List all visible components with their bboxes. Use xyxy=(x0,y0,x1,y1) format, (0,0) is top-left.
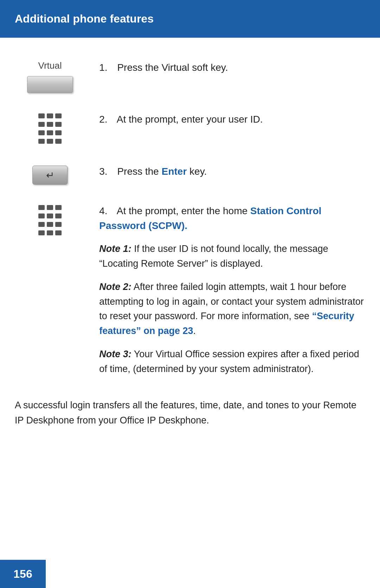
keypad-dot xyxy=(38,130,45,135)
step-2-text: 2. At the prompt, enter your user ID. xyxy=(99,114,263,125)
note-2-label: Note 2: xyxy=(99,281,132,292)
step-3-number: 3. xyxy=(99,166,107,177)
keypad-dot xyxy=(47,222,53,227)
note-2: Note 2: After three failed login attempt… xyxy=(99,280,365,339)
page-title: Additional phone features xyxy=(15,12,154,25)
step-4-number: 4. xyxy=(99,205,107,216)
step-3-icon-col: ↵ xyxy=(15,163,85,185)
main-content: Vrtual 1. Press the Virtual soft key. xyxy=(0,38,380,463)
step-2-number: 2. xyxy=(99,114,107,125)
keypad-dot xyxy=(47,139,53,144)
step-4-row: 4. At the prompt, enter the home Station… xyxy=(15,202,365,377)
step-1-number: 1. xyxy=(99,62,107,73)
notes-section: Note 1: If the user ID is not found loca… xyxy=(99,242,365,377)
keypad-icon-1 xyxy=(38,113,62,145)
step-4-before: At the prompt, enter the home xyxy=(117,205,251,216)
step-3-link: Enter xyxy=(162,166,187,177)
keypad-dot xyxy=(47,113,53,118)
step-2-row: 2. At the prompt, enter your user ID. xyxy=(15,111,365,145)
virtual-soft-key-icon xyxy=(27,76,73,93)
keypad-dot xyxy=(55,222,62,227)
note-2-after: . xyxy=(193,326,196,336)
keypad-dot xyxy=(55,139,62,144)
note-1: Note 1: If the user ID is not found loca… xyxy=(99,242,365,271)
step-1-text-col: 1. Press the Virtual soft key. xyxy=(99,59,365,75)
header-bar: Additional phone features xyxy=(0,0,380,38)
step-4-text: 4. At the prompt, enter the home Station… xyxy=(99,205,322,231)
step-1-content: Press the Virtual soft key. xyxy=(117,62,228,73)
step-3-after: key. xyxy=(187,166,207,177)
step-2-content: At the prompt, enter your user ID. xyxy=(117,114,263,125)
note-3: Note 3: Your Virtual Office session expi… xyxy=(99,347,365,377)
enter-key-icon: ↵ xyxy=(32,166,68,185)
step-2-text-col: 2. At the prompt, enter your user ID. xyxy=(99,111,365,127)
step-3-text: 3. Press the Enter key. xyxy=(99,166,207,177)
keypad-dot xyxy=(55,213,62,218)
step-3-text-col: 3. Press the Enter key. xyxy=(99,163,365,179)
page-number: 156 xyxy=(13,568,32,581)
instruction-section: Vrtual 1. Press the Virtual soft key. xyxy=(15,59,365,377)
keypad-dot xyxy=(47,205,53,210)
note-1-text: If the user ID is not found locally, the… xyxy=(99,243,328,269)
page-footer: 156 xyxy=(0,560,46,588)
keypad-dot xyxy=(38,139,45,144)
keypad-dot xyxy=(55,122,62,127)
enter-arrow-icon: ↵ xyxy=(46,169,54,181)
keypad-dot xyxy=(55,113,62,118)
step-4-text-col: 4. At the prompt, enter the home Station… xyxy=(99,202,365,377)
step-1-row: Vrtual 1. Press the Virtual soft key. xyxy=(15,59,365,93)
note-3-text: Your Virtual Office session expires afte… xyxy=(99,349,359,374)
virtual-label: Vrtual xyxy=(38,60,62,71)
note-3-label: Note 3: xyxy=(99,349,132,359)
keypad-dot xyxy=(47,230,53,235)
keypad-dot xyxy=(55,230,62,235)
keypad-dot xyxy=(55,130,62,135)
keypad-dot xyxy=(47,122,53,127)
step-2-icon-col xyxy=(15,111,85,145)
step-1-text: 1. Press the Virtual soft key. xyxy=(99,62,228,73)
keypad-dot xyxy=(38,213,45,218)
step-3-before: Press the xyxy=(117,166,162,177)
keypad-dot xyxy=(38,230,45,235)
keypad-dot xyxy=(38,122,45,127)
keypad-dot xyxy=(47,213,53,218)
keypad-dot xyxy=(47,130,53,135)
step-3-row: ↵ 3. Press the Enter key. xyxy=(15,163,365,185)
keypad-icon-2 xyxy=(38,205,62,237)
keypad-dot xyxy=(38,222,45,227)
keypad-dot xyxy=(38,205,45,210)
keypad-dot xyxy=(55,205,62,210)
footer-description: A successful login transfers all the fea… xyxy=(15,398,365,428)
note-1-label: Note 1: xyxy=(99,243,132,254)
keypad-dot xyxy=(38,113,45,118)
step-4-icon-col xyxy=(15,202,85,237)
step-1-icon-col: Vrtual xyxy=(15,59,85,93)
